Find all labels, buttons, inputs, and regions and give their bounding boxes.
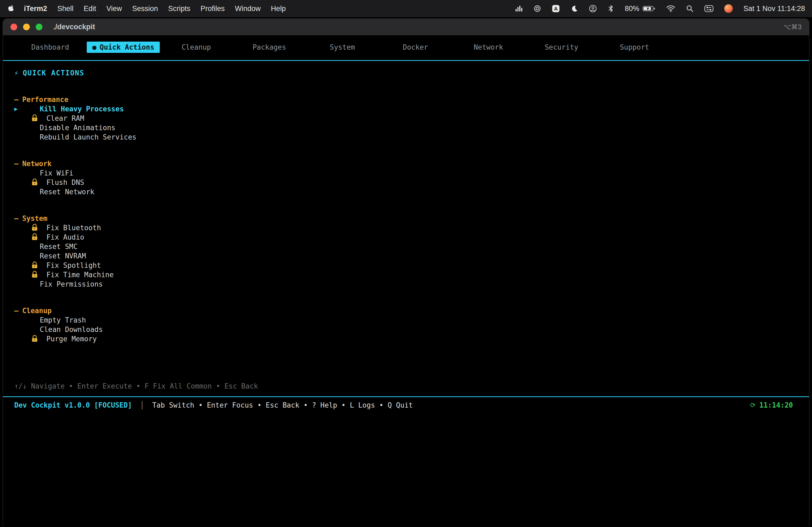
tab-packages[interactable]: Packages: [233, 43, 306, 51]
lock-icon: [31, 224, 39, 231]
selection-cursor-icon: ▶: [14, 104, 18, 114]
window-title: ./devcockpit: [53, 23, 95, 31]
hotspot-icon[interactable]: [534, 5, 541, 12]
action-item-fix-permissions[interactable]: Fix Permissions: [14, 280, 809, 289]
action-item-purge-memory[interactable]: Purge Memory: [14, 334, 809, 344]
macos-menu-bar: iTerm2 Shell Edit View Session Scripts P…: [0, 0, 812, 17]
menu-item-profiles[interactable]: Profiles: [195, 4, 230, 13]
section-system: —System Fix Bluetooth Fix Audio Reset SM…: [14, 214, 809, 289]
menu-item-window[interactable]: Window: [230, 4, 266, 13]
input-source-icon[interactable]: A: [552, 4, 560, 13]
minimize-button[interactable]: [23, 24, 30, 30]
section-header: —Network: [14, 159, 809, 168]
lock-icon: [31, 335, 39, 343]
app-version-badge: Dev Cockpit v1.0.0 [FOCUSED]: [14, 401, 132, 409]
user-switch-icon[interactable]: [589, 4, 597, 13]
window-shortcut-badge: ⌥⌘3: [783, 23, 801, 31]
status-time: 11:14:20: [759, 401, 793, 409]
status-bar: Dev Cockpit v1.0.0 [FOCUSED] │ Tab Switc…: [3, 396, 809, 413]
section-performance: —Performance ▶ Kill Heavy Processes Clea…: [14, 95, 809, 142]
action-item-fix-spotlight[interactable]: Fix Spotlight: [14, 261, 809, 270]
status-clock: ⟳ 11:14:20: [750, 401, 793, 409]
section-header: —Performance: [14, 95, 809, 104]
tab-support[interactable]: Support: [598, 43, 671, 51]
wifi-icon[interactable]: [666, 5, 675, 12]
action-item-disable-animations[interactable]: Disable Animations: [14, 123, 809, 133]
action-item-reset-smc[interactable]: Reset SMC: [14, 242, 809, 252]
refresh-icon: ⟳: [750, 402, 756, 409]
action-item-flush-dns[interactable]: Flush DNS: [14, 178, 809, 187]
status-separator: │: [140, 401, 144, 409]
tab-dashboard[interactable]: Dashboard: [14, 43, 87, 51]
action-item-fix-bluetooth[interactable]: Fix Bluetooth: [14, 223, 809, 232]
close-button[interactable]: [11, 24, 17, 30]
zoom-button[interactable]: [36, 24, 42, 30]
menu-item-shell[interactable]: Shell: [52, 4, 79, 13]
action-item-empty-trash[interactable]: Empty Trash: [14, 316, 809, 325]
battery-percent: 80%: [625, 4, 639, 13]
menu-bar-clock[interactable]: Sat 1 Nov 11:14:28: [743, 4, 805, 13]
menu-item-help[interactable]: Help: [266, 4, 291, 13]
iterm2-window: ./devcockpit ⌥⌘3 Dashboard ●Quick Action…: [3, 18, 809, 527]
apple-menu[interactable]: [7, 4, 19, 13]
svg-text:A: A: [554, 6, 558, 12]
control-center-icon[interactable]: [704, 5, 713, 12]
focus-moon-icon[interactable]: [570, 5, 578, 12]
tab-system[interactable]: System: [306, 43, 379, 51]
action-item-clean-downloads[interactable]: Clean Downloads: [14, 325, 809, 334]
bluetooth-icon[interactable]: [608, 4, 614, 13]
window-controls: [11, 24, 42, 30]
lock-icon: [31, 114, 39, 122]
tab-cleanup[interactable]: Cleanup: [160, 43, 233, 51]
action-item-fix-wifi[interactable]: Fix WiFi: [14, 168, 809, 178]
tui-tab-bar: Dashboard ●Quick Actions Cleanup Package…: [14, 35, 809, 52]
apple-logo-icon: [8, 4, 15, 13]
section-header: —Cleanup: [14, 306, 809, 316]
action-item-clear-ram[interactable]: Clear RAM: [14, 114, 809, 123]
tab-security[interactable]: Security: [525, 43, 598, 51]
menu-item-edit[interactable]: Edit: [79, 4, 102, 13]
keyboard-hints: ↑/↓ Navigate • Enter Execute • F Fix All…: [14, 381, 258, 391]
page-title: ⚡QUICK ACTIONS: [14, 69, 809, 78]
action-item-reset-nvram[interactable]: Reset NVRAM: [14, 252, 809, 261]
quick-actions-panel: ⚡QUICK ACTIONS —Performance ▶ Kill Heavy…: [3, 61, 809, 344]
section-network: —Network Fix WiFi Flush DNS Reset Networ…: [14, 159, 809, 197]
battery-icon: [642, 5, 655, 12]
menu-item-session[interactable]: Session: [127, 4, 163, 13]
action-item-fix-audio[interactable]: Fix Audio: [14, 232, 809, 242]
lock-icon: [31, 270, 39, 278]
lock-icon: [31, 261, 39, 269]
action-item-kill-heavy-processes[interactable]: ▶ Kill Heavy Processes: [14, 104, 809, 114]
active-tab-bullet-icon: ●: [92, 43, 97, 51]
tab-quick-actions[interactable]: ●Quick Actions: [87, 42, 160, 53]
action-item-reset-network[interactable]: Reset Network: [14, 187, 809, 197]
action-item-fix-time-machine[interactable]: Fix Time Machine: [14, 270, 809, 280]
menu-bar-left: iTerm2 Shell Edit View Session Scripts P…: [7, 4, 291, 13]
terminal-screen: Dashboard ●Quick Actions Cleanup Package…: [3, 35, 809, 527]
section-cleanup: —Cleanup Empty Trash Clean Downloads Pur…: [14, 306, 809, 344]
menu-bar-app-avatar-icon[interactable]: [724, 4, 733, 13]
lightning-icon: ⚡: [14, 69, 18, 77]
battery-status[interactable]: 80%: [625, 4, 655, 13]
tab-docker[interactable]: Docker: [379, 43, 452, 51]
tab-network[interactable]: Network: [452, 43, 525, 51]
section-header: —System: [14, 214, 809, 223]
status-key-hints: Tab Switch • Enter Focus • Esc Back • ? …: [152, 401, 413, 409]
spotlight-icon[interactable]: [686, 5, 694, 12]
menu-bar-status-area: A 80%: [515, 4, 805, 13]
menu-item-scripts[interactable]: Scripts: [163, 4, 195, 13]
menu-item-app[interactable]: iTerm2: [19, 4, 52, 13]
action-item-rebuild-launch-services[interactable]: Rebuild Launch Services: [14, 133, 809, 142]
stats-bars-icon[interactable]: [515, 5, 523, 12]
lock-icon: [31, 233, 39, 241]
lock-icon: [31, 178, 39, 186]
window-titlebar[interactable]: ./devcockpit ⌥⌘3: [3, 19, 809, 35]
menu-item-view[interactable]: View: [101, 4, 127, 13]
